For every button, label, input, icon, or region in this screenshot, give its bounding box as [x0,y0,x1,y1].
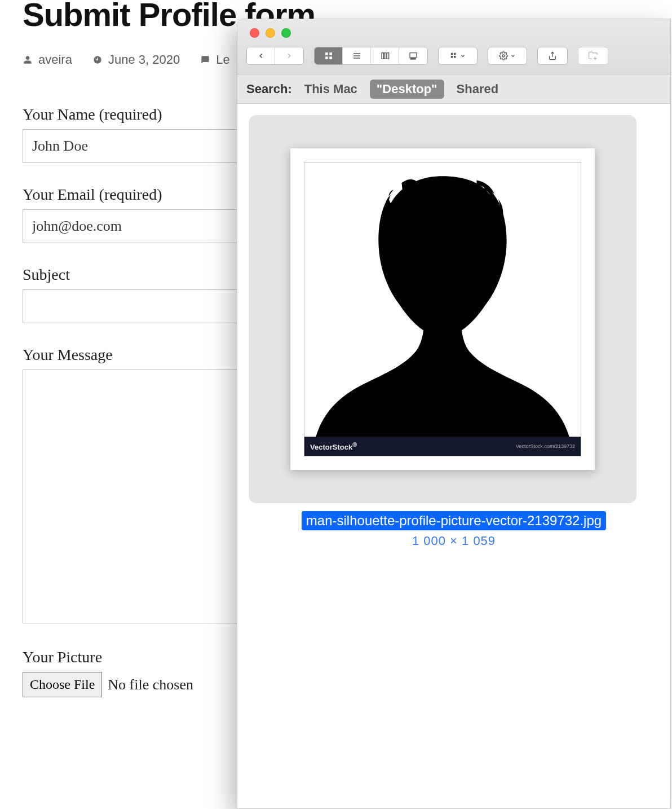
svg-rect-3 [329,56,332,59]
svg-rect-12 [413,59,414,59]
chevron-down-icon [460,53,466,59]
comments-label: Le [216,52,229,67]
svg-rect-11 [410,59,412,59]
clock-icon [92,55,103,65]
watermark-brand: VectorStock® [310,441,357,451]
person-icon [23,55,33,65]
watermark-bar: VectorStock® VectorStock.com/2139732 [304,437,581,456]
image-preview: VectorStock® VectorStock.com/2139732 [304,162,581,456]
group-by-button[interactable] [438,47,478,65]
share-button[interactable] [537,47,568,65]
scope-shared[interactable]: Shared [457,82,499,96]
folder-plus-icon [588,51,598,61]
finder-toolbar [246,47,661,65]
gear-icon [499,51,508,60]
svg-rect-1 [329,52,332,55]
svg-rect-9 [387,53,388,59]
svg-rect-14 [451,53,453,55]
new-folder-button[interactable] [578,47,608,65]
comments-meta[interactable]: Le [200,52,229,67]
forward-button[interactable] [275,47,303,64]
file-dimensions: 1 000 × 1 059 [249,534,659,548]
no-file-chosen-label: No file chosen [108,676,193,693]
finder-content[interactable]: VectorStock® VectorStock.com/2139732 man… [237,104,670,560]
chevron-down-icon [510,53,516,59]
file-thumbnail[interactable]: VectorStock® VectorStock.com/2139732 [249,115,636,503]
date-meta[interactable]: June 3, 2020 [92,52,180,67]
choose-file-button[interactable]: Choose File [23,672,102,697]
minimize-window-button[interactable] [266,28,275,38]
share-icon [548,51,557,60]
finder-window: Search: This Mac "Desktop" Shared Vector… [237,19,671,809]
svg-rect-2 [325,56,328,59]
filename-row: man-silhouette-profile-picture-vector-21… [249,511,659,530]
scope-desktop[interactable]: "Desktop" [370,80,444,99]
file-preview-frame: VectorStock® VectorStock.com/2139732 [290,148,595,470]
svg-rect-17 [454,56,456,58]
nav-buttons [246,47,304,65]
gallery-view-button[interactable] [399,47,427,64]
icon-view-button[interactable] [315,47,343,64]
silhouette-icon [304,162,581,456]
column-view-button[interactable] [371,47,399,64]
back-button[interactable] [247,47,275,64]
svg-rect-13 [414,59,415,59]
window-controls [250,26,661,38]
author-name: aveira [38,52,72,67]
svg-rect-10 [410,53,417,58]
close-window-button[interactable] [250,28,259,38]
maximize-window-button[interactable] [281,28,291,38]
action-menu-button[interactable] [488,47,527,65]
post-date: June 3, 2020 [108,52,180,67]
svg-rect-16 [451,56,453,58]
svg-rect-15 [454,53,456,55]
comment-icon [200,55,210,65]
svg-point-18 [502,55,505,57]
search-label: Search: [246,82,292,96]
svg-rect-8 [384,53,386,59]
finder-titlebar[interactable] [237,19,670,74]
svg-rect-0 [325,52,328,55]
selected-filename[interactable]: man-silhouette-profile-picture-vector-21… [302,511,606,530]
finder-scope-bar: Search: This Mac "Desktop" Shared [237,74,670,104]
author-meta[interactable]: aveira [23,52,72,67]
watermark-attribution: VectorStock.com/2139732 [516,443,575,449]
scope-this-mac[interactable]: This Mac [304,82,357,96]
view-mode-buttons [314,47,428,65]
svg-rect-7 [382,53,383,59]
list-view-button[interactable] [343,47,371,64]
